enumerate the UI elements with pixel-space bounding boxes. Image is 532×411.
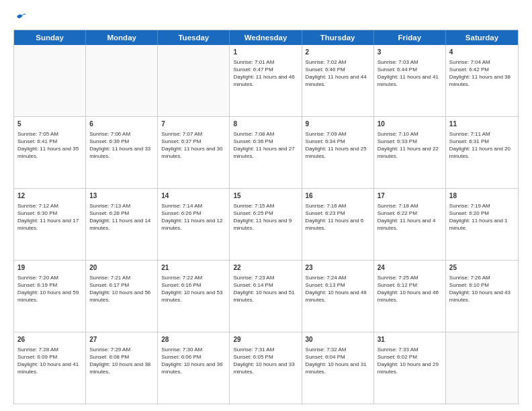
calendar-row-4: 26Sunrise: 7:28 AM Sunset: 6:09 PM Dayli… — [14, 332, 518, 404]
logo-text — [13, 11, 27, 23]
day-header-wednesday: Wednesday — [230, 30, 302, 45]
day-number: 13 — [89, 191, 154, 201]
day-cell-14: 14Sunrise: 7:14 AM Sunset: 6:26 PM Dayli… — [158, 189, 230, 260]
cell-info: Sunrise: 7:03 AM Sunset: 6:44 PM Dayligh… — [378, 58, 442, 89]
logo-bird-icon — [15, 11, 27, 23]
cell-info: Sunrise: 7:16 AM Sunset: 6:23 PM Dayligh… — [306, 202, 370, 232]
empty-cell — [86, 45, 158, 116]
day-cell-26: 26Sunrise: 7:28 AM Sunset: 6:09 PM Dayli… — [14, 332, 86, 404]
calendar-row-0: 1Sunrise: 7:01 AM Sunset: 6:47 PM Daylig… — [14, 45, 518, 116]
page: SundayMondayTuesdayWednesdayThursdayFrid… — [0, 0, 532, 411]
cell-info: Sunrise: 7:21 AM Sunset: 6:17 PM Dayligh… — [89, 274, 154, 304]
day-cell-17: 17Sunrise: 7:18 AM Sunset: 6:22 PM Dayli… — [374, 189, 446, 260]
day-cell-12: 12Sunrise: 7:12 AM Sunset: 6:30 PM Dayli… — [14, 189, 86, 260]
day-cell-21: 21Sunrise: 7:22 AM Sunset: 6:16 PM Dayli… — [158, 261, 230, 332]
day-number: 17 — [378, 191, 442, 201]
day-cell-16: 16Sunrise: 7:16 AM Sunset: 6:23 PM Dayli… — [302, 189, 374, 260]
day-number: 22 — [233, 263, 298, 273]
cell-info: Sunrise: 7:04 AM Sunset: 6:42 PM Dayligh… — [449, 58, 515, 89]
day-number: 30 — [306, 335, 370, 345]
cell-info: Sunrise: 7:12 AM Sunset: 6:30 PM Dayligh… — [17, 202, 82, 232]
day-header-saturday: Saturday — [446, 30, 518, 45]
day-number: 19 — [17, 263, 82, 273]
day-number: 11 — [449, 120, 515, 129]
cell-info: Sunrise: 7:32 AM Sunset: 6:04 PM Dayligh… — [306, 346, 370, 376]
day-header-friday: Friday — [374, 30, 446, 45]
day-cell-11: 11Sunrise: 7:11 AM Sunset: 6:31 PM Dayli… — [446, 117, 518, 188]
day-number: 8 — [233, 120, 298, 129]
cell-info: Sunrise: 7:33 AM Sunset: 6:02 PM Dayligh… — [378, 346, 442, 376]
cell-info: Sunrise: 7:01 AM Sunset: 6:47 PM Dayligh… — [233, 58, 298, 89]
day-number: 5 — [17, 120, 82, 129]
calendar-body: 1Sunrise: 7:01 AM Sunset: 6:47 PM Daylig… — [14, 45, 518, 404]
day-cell-15: 15Sunrise: 7:15 AM Sunset: 6:25 PM Dayli… — [230, 189, 302, 260]
empty-cell — [446, 332, 518, 404]
day-header-tuesday: Tuesday — [158, 30, 230, 45]
day-cell-7: 7Sunrise: 7:07 AM Sunset: 6:37 PM Daylig… — [158, 117, 230, 188]
day-number: 14 — [161, 191, 226, 201]
day-number: 21 — [161, 263, 226, 273]
cell-info: Sunrise: 7:08 AM Sunset: 6:36 PM Dayligh… — [233, 130, 298, 161]
day-number: 7 — [161, 120, 226, 129]
day-number: 4 — [449, 48, 515, 57]
day-number: 10 — [378, 120, 442, 129]
day-cell-28: 28Sunrise: 7:30 AM Sunset: 6:06 PM Dayli… — [158, 332, 230, 404]
day-number: 24 — [378, 263, 442, 273]
logo — [13, 11, 27, 23]
day-number: 31 — [378, 335, 442, 345]
day-number: 15 — [233, 191, 298, 201]
day-cell-1: 1Sunrise: 7:01 AM Sunset: 6:47 PM Daylig… — [230, 45, 302, 116]
cell-info: Sunrise: 7:14 AM Sunset: 6:26 PM Dayligh… — [161, 202, 226, 232]
day-cell-23: 23Sunrise: 7:24 AM Sunset: 6:13 PM Dayli… — [302, 261, 374, 332]
calendar-row-1: 5Sunrise: 7:05 AM Sunset: 6:41 PM Daylig… — [14, 116, 518, 188]
day-number: 6 — [89, 120, 154, 129]
day-cell-29: 29Sunrise: 7:31 AM Sunset: 6:05 PM Dayli… — [230, 332, 302, 404]
day-cell-24: 24Sunrise: 7:25 AM Sunset: 6:12 PM Dayli… — [374, 261, 446, 332]
day-cell-25: 25Sunrise: 7:26 AM Sunset: 6:10 PM Dayli… — [446, 261, 518, 332]
cell-info: Sunrise: 7:26 AM Sunset: 6:10 PM Dayligh… — [449, 274, 515, 304]
cell-info: Sunrise: 7:06 AM Sunset: 6:39 PM Dayligh… — [89, 130, 154, 161]
cell-info: Sunrise: 7:22 AM Sunset: 6:16 PM Dayligh… — [161, 274, 226, 304]
day-cell-18: 18Sunrise: 7:19 AM Sunset: 6:20 PM Dayli… — [446, 189, 518, 260]
day-number: 20 — [89, 263, 154, 273]
day-cell-20: 20Sunrise: 7:21 AM Sunset: 6:17 PM Dayli… — [86, 261, 158, 332]
day-cell-31: 31Sunrise: 7:33 AM Sunset: 6:02 PM Dayli… — [374, 332, 446, 404]
header — [13, 11, 519, 23]
day-header-sunday: Sunday — [14, 30, 86, 45]
cell-info: Sunrise: 7:29 AM Sunset: 6:08 PM Dayligh… — [89, 346, 154, 376]
cell-info: Sunrise: 7:11 AM Sunset: 6:31 PM Dayligh… — [449, 130, 515, 161]
empty-cell — [14, 45, 86, 116]
day-cell-9: 9Sunrise: 7:09 AM Sunset: 6:34 PM Daylig… — [302, 117, 374, 188]
calendar: SundayMondayTuesdayWednesdayThursdayFrid… — [13, 30, 519, 404]
day-number: 2 — [306, 48, 370, 57]
cell-info: Sunrise: 7:13 AM Sunset: 6:28 PM Dayligh… — [89, 202, 154, 232]
day-number: 12 — [17, 191, 82, 201]
day-number: 23 — [306, 263, 370, 273]
cell-info: Sunrise: 7:05 AM Sunset: 6:41 PM Dayligh… — [17, 130, 82, 161]
day-header-thursday: Thursday — [302, 30, 374, 45]
day-number: 9 — [306, 120, 370, 129]
cell-info: Sunrise: 7:18 AM Sunset: 6:22 PM Dayligh… — [378, 202, 442, 232]
day-cell-2: 2Sunrise: 7:02 AM Sunset: 6:46 PM Daylig… — [302, 45, 374, 116]
day-number: 29 — [233, 335, 298, 345]
day-number: 3 — [378, 48, 442, 57]
cell-info: Sunrise: 7:31 AM Sunset: 6:05 PM Dayligh… — [233, 346, 298, 376]
cell-info: Sunrise: 7:20 AM Sunset: 6:19 PM Dayligh… — [17, 274, 82, 304]
calendar-row-3: 19Sunrise: 7:20 AM Sunset: 6:19 PM Dayli… — [14, 260, 518, 332]
cell-info: Sunrise: 7:24 AM Sunset: 6:13 PM Dayligh… — [306, 274, 370, 304]
calendar-row-2: 12Sunrise: 7:12 AM Sunset: 6:30 PM Dayli… — [14, 188, 518, 260]
day-number: 16 — [306, 191, 370, 201]
day-cell-5: 5Sunrise: 7:05 AM Sunset: 6:41 PM Daylig… — [14, 117, 86, 188]
cell-info: Sunrise: 7:30 AM Sunset: 6:06 PM Dayligh… — [161, 346, 226, 376]
cell-info: Sunrise: 7:10 AM Sunset: 6:33 PM Dayligh… — [378, 130, 442, 161]
day-number: 27 — [89, 335, 154, 345]
day-cell-13: 13Sunrise: 7:13 AM Sunset: 6:28 PM Dayli… — [86, 189, 158, 260]
cell-info: Sunrise: 7:07 AM Sunset: 6:37 PM Dayligh… — [161, 130, 226, 161]
cell-info: Sunrise: 7:25 AM Sunset: 6:12 PM Dayligh… — [378, 274, 442, 304]
cell-info: Sunrise: 7:09 AM Sunset: 6:34 PM Dayligh… — [306, 130, 370, 161]
day-number: 26 — [17, 335, 82, 345]
day-cell-4: 4Sunrise: 7:04 AM Sunset: 6:42 PM Daylig… — [446, 45, 518, 116]
cell-info: Sunrise: 7:15 AM Sunset: 6:25 PM Dayligh… — [233, 202, 298, 232]
calendar-header: SundayMondayTuesdayWednesdayThursdayFrid… — [14, 30, 518, 45]
day-number: 25 — [449, 263, 515, 273]
